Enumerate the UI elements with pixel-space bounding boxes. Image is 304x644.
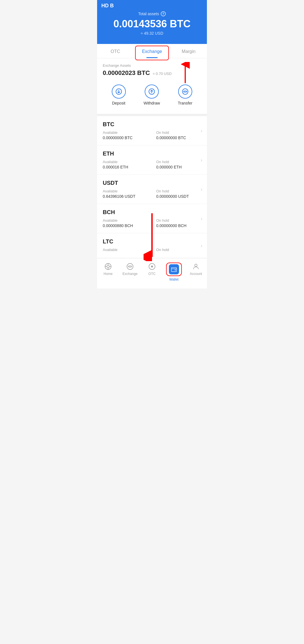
nav-exchange[interactable]: Exchange bbox=[119, 261, 141, 283]
transfer-label: Transfer bbox=[178, 101, 193, 105]
onhold-label: On hold bbox=[156, 130, 201, 135]
asset-onhold-col: On hold 0.00000000 BCH bbox=[156, 218, 201, 228]
exchange-usd-amount: ≈ 0.70 USD bbox=[153, 72, 172, 76]
asset-item-btc[interactable]: BTC Available 0.00000000 BTC On hold 0.0… bbox=[97, 116, 207, 145]
onhold-value: 0.00000000 BTC bbox=[156, 136, 201, 140]
asset-name: BTC bbox=[103, 121, 201, 128]
action-buttons: Deposit Withdraw Transfer bbox=[103, 82, 201, 111]
info-icon[interactable]: ? bbox=[161, 11, 166, 16]
wallet-highlight-box bbox=[166, 263, 182, 276]
asset-name: ETH bbox=[103, 150, 201, 157]
svg-point-13 bbox=[151, 266, 153, 268]
asset-available-col: Available 0.00000880 BCH bbox=[103, 218, 148, 228]
available-value: 0.64396106 USDT bbox=[103, 194, 148, 199]
onhold-label: On hold bbox=[156, 189, 201, 193]
nav-exchange-label: Exchange bbox=[122, 272, 137, 276]
asset-item-bch[interactable]: BCH Available 0.00000880 BCH On hold 0.0… bbox=[97, 204, 207, 233]
available-label: Available bbox=[103, 160, 148, 164]
svg-point-6 bbox=[107, 265, 109, 268]
available-label: Available bbox=[103, 189, 148, 193]
nav-home-label: Home bbox=[104, 272, 113, 276]
asset-available-col: Available 0.000016 ETH bbox=[103, 160, 148, 169]
nav-home[interactable]: Home bbox=[97, 261, 119, 283]
transfer-button[interactable]: Transfer bbox=[178, 85, 193, 105]
available-value: 0.00000880 BCH bbox=[103, 223, 148, 228]
asset-onhold-col: On hold 0.00000000 USDT bbox=[156, 189, 201, 199]
otc-icon bbox=[148, 263, 156, 270]
onhold-value: 0.00000000 BCH bbox=[156, 223, 201, 228]
svg-rect-15 bbox=[175, 270, 176, 270]
svg-point-16 bbox=[195, 264, 197, 267]
withdraw-button[interactable]: Withdraw bbox=[144, 85, 160, 105]
deposit-button[interactable]: Deposit bbox=[112, 85, 126, 105]
onhold-value: 0.000000 ETH bbox=[156, 165, 201, 169]
exchange-btc-amount: 0.00002023 BTC bbox=[103, 69, 150, 77]
exchange-assets-section: Exchange Assets 0.00002023 BTC ≈ 0.70 US… bbox=[97, 58, 207, 114]
header: HD B Total assets ? 0.00143536 BTC ≈ 49.… bbox=[97, 0, 207, 44]
onhold-label: On hold bbox=[156, 160, 201, 164]
available-value: 0.000016 ETH bbox=[103, 165, 148, 169]
asset-details: Available 0.00000880 BCH On hold 0.00000… bbox=[103, 218, 201, 228]
exchange-icon bbox=[126, 263, 134, 270]
chevron-right-icon: › bbox=[201, 216, 202, 221]
tabs-container: OTC Exchange Margin bbox=[97, 44, 207, 58]
tab-otc[interactable]: OTC bbox=[97, 44, 134, 58]
asset-item-ltc[interactable]: LTC Available On hold › bbox=[97, 233, 207, 258]
nav-account[interactable]: Account bbox=[185, 261, 207, 283]
nav-wallet[interactable]: Wallet bbox=[163, 261, 185, 283]
deposit-label: Deposit bbox=[112, 101, 125, 105]
available-value: 0.00000000 BTC bbox=[103, 136, 148, 140]
onhold-label: On hold bbox=[156, 248, 201, 252]
svg-rect-14 bbox=[171, 268, 176, 272]
exchange-assets-row: 0.00002023 BTC ≈ 0.70 USD bbox=[103, 69, 201, 77]
chevron-right-icon: › bbox=[201, 243, 202, 248]
available-label: Available bbox=[103, 130, 148, 135]
nav-account-label: Account bbox=[190, 272, 202, 276]
available-label: Available bbox=[103, 218, 148, 223]
asset-onhold-col: On hold 0.00000000 BTC bbox=[156, 130, 201, 140]
nav-wallet-label: Wallet bbox=[169, 277, 179, 281]
tab-exchange[interactable]: Exchange bbox=[134, 44, 170, 58]
asset-available-col: Available 0.64396106 USDT bbox=[103, 189, 148, 199]
chevron-right-icon: › bbox=[201, 128, 202, 134]
asset-item-usdt[interactable]: USDT Available 0.64396106 USDT On hold 0… bbox=[97, 175, 207, 204]
total-assets-label: Total assets ? bbox=[103, 11, 201, 16]
asset-name: USDT bbox=[103, 180, 201, 186]
chevron-right-icon: › bbox=[201, 157, 202, 163]
tab-margin[interactable]: Margin bbox=[170, 44, 207, 58]
asset-name: BCH bbox=[103, 209, 201, 216]
nav-otc-label: OTC bbox=[148, 272, 155, 276]
withdraw-label: Withdraw bbox=[144, 101, 160, 105]
bottom-nav: Home Exchange OTC bbox=[97, 258, 207, 288]
nav-otc[interactable]: OTC bbox=[141, 261, 163, 283]
logo: HD B bbox=[101, 3, 114, 9]
total-btc-amount: 0.00143536 BTC bbox=[103, 18, 201, 30]
asset-onhold-col: On hold 0.000000 ETH bbox=[156, 160, 201, 169]
total-usd-amount: ≈ 49.32 USD bbox=[103, 31, 201, 35]
transfer-icon bbox=[178, 85, 192, 99]
asset-details: Available 0.000016 ETH On hold 0.000000 … bbox=[103, 160, 201, 169]
asset-onhold-col: On hold bbox=[156, 248, 201, 253]
deposit-icon bbox=[112, 85, 126, 99]
chevron-right-icon: › bbox=[201, 186, 202, 192]
asset-details: Available On hold bbox=[103, 248, 201, 253]
exchange-assets-label: Exchange Assets bbox=[103, 63, 201, 68]
home-icon bbox=[104, 263, 112, 270]
asset-list: BTC Available 0.00000000 BTC On hold 0.0… bbox=[97, 116, 207, 258]
asset-available-col: Available bbox=[103, 248, 148, 253]
asset-details: Available 0.00000000 BTC On hold 0.00000… bbox=[103, 130, 201, 140]
wallet-icon-bg bbox=[169, 264, 179, 274]
available-label: Available bbox=[103, 248, 148, 252]
asset-name: LTC bbox=[103, 238, 201, 245]
asset-details: Available 0.64396106 USDT On hold 0.0000… bbox=[103, 189, 201, 199]
onhold-label: On hold bbox=[156, 218, 201, 223]
asset-item-eth[interactable]: ETH Available 0.000016 ETH On hold 0.000… bbox=[97, 145, 207, 175]
section-divider bbox=[97, 114, 207, 116]
onhold-value: 0.00000000 USDT bbox=[156, 194, 201, 199]
account-icon bbox=[192, 263, 200, 270]
asset-available-col: Available 0.00000000 BTC bbox=[103, 130, 148, 140]
withdraw-icon bbox=[145, 85, 159, 99]
